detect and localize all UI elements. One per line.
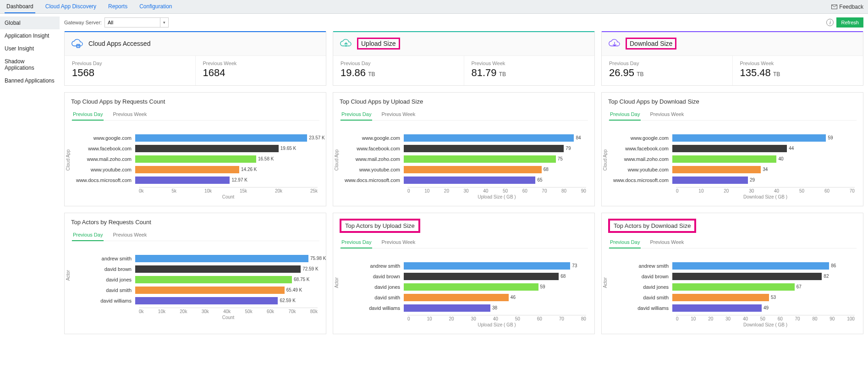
bar-fill xyxy=(672,176,748,184)
chart-tab[interactable]: Previous Week xyxy=(649,109,685,120)
chart-tab[interactable]: Previous Week xyxy=(112,229,148,241)
chart-tab[interactable]: Previous Week xyxy=(380,237,416,248)
info-icon[interactable]: i xyxy=(826,19,834,26)
x-axis: 010203040506070 xyxy=(676,187,855,193)
cloud-apps-icon xyxy=(71,37,84,50)
bar-fill xyxy=(672,304,762,312)
bar-category: www.mail.zoho.com xyxy=(71,156,135,162)
bar-value: 59 xyxy=(826,134,833,142)
bar-fill xyxy=(672,134,826,142)
axis-tick: 10 xyxy=(427,316,432,321)
chart-tab[interactable]: Previous Week xyxy=(112,109,148,120)
bar-row: david brown82 xyxy=(608,273,855,280)
bar-track: 12.97 K xyxy=(135,176,318,184)
stat-value: 135.48 TB xyxy=(740,67,856,79)
bar-row: www.docs.microsoft.com29 xyxy=(608,176,855,184)
axis-tick: 40 xyxy=(493,316,498,321)
chart-title: Top Actors by Upload Size xyxy=(340,219,588,233)
chart-tab[interactable]: Previous Week xyxy=(649,237,685,248)
bar-value: 40 xyxy=(776,155,783,163)
chart-title-text: Top Actors by Download Size xyxy=(608,219,696,233)
bar-track: 65.49 K xyxy=(135,287,318,294)
nav-tab-cloud-app-discovery[interactable]: Cloud App Discovery xyxy=(44,0,98,13)
axis-tick: 50k xyxy=(245,309,253,314)
x-axis-label: Count xyxy=(139,194,318,199)
stat-value: 81.79 TB xyxy=(472,67,588,79)
nav-tab-configuration[interactable]: Configuration xyxy=(137,0,174,13)
filter-row: Gateway Server: ▾ i Refresh xyxy=(64,14,863,31)
bar-value: 68.75 K xyxy=(292,276,309,283)
sidebar-item-banned-applications[interactable]: Banned Applications xyxy=(0,74,60,87)
bar-track: 23.57 K xyxy=(135,134,318,142)
bar-value: 14.26 K xyxy=(239,166,257,173)
sidebar: GlobalApplication InsightUser InsightSha… xyxy=(0,14,60,350)
axis-tick: 60 xyxy=(778,316,783,321)
bar-row: www.google.com23.57 K xyxy=(71,134,318,142)
chart-tabs: Previous DayPrevious Week xyxy=(340,109,588,121)
nav-tab-reports[interactable]: Reports xyxy=(106,0,129,13)
bar-track: 82 xyxy=(672,273,855,280)
feedback-link[interactable]: Feedback xyxy=(831,4,863,10)
chart-body: Actorandrew smith86david brown82david jo… xyxy=(602,248,863,334)
axis-tick: 50 xyxy=(503,188,508,193)
axis-tick: 80 xyxy=(561,188,566,193)
axis-tick: 50 xyxy=(515,316,520,321)
axis-tick: 40 xyxy=(774,188,779,193)
axis-tick: 10 xyxy=(424,188,429,193)
bar-category: david brown xyxy=(608,274,672,279)
stat-label: Previous Week xyxy=(740,61,856,66)
sidebar-item-shadow-applications[interactable]: Shadow Applications xyxy=(0,55,60,74)
axis-tick: 70 xyxy=(542,188,547,193)
axis-tick: 20k xyxy=(275,188,282,193)
sidebar-item-user-insight[interactable]: User Insight xyxy=(0,42,60,55)
sidebar-item-global[interactable]: Global xyxy=(0,17,60,29)
nav-tab-dashboard[interactable]: Dashboard xyxy=(5,0,35,13)
bar-value: 19.65 K xyxy=(279,145,296,152)
bar-row: david williams62.59 K xyxy=(71,297,318,304)
chart-card: Top Cloud Apps by Upload SizePrevious Da… xyxy=(333,92,595,206)
bar-fill xyxy=(404,273,559,280)
stat-block: Previous Day1568 xyxy=(65,56,195,85)
bar-row: www.docs.microsoft.com12.97 K xyxy=(71,176,318,184)
axis-tick: 30 xyxy=(464,188,469,193)
bar-category: andrew smith xyxy=(71,256,135,261)
refresh-button[interactable]: Refresh xyxy=(836,17,863,28)
gateway-input[interactable] xyxy=(105,18,160,27)
bar-row: www.facebook.com44 xyxy=(608,145,855,152)
bar-category: www.mail.zoho.com xyxy=(608,156,672,162)
bar-track: 62.59 K xyxy=(135,297,318,304)
chart-tab[interactable]: Previous Day xyxy=(341,109,372,121)
bar-category: andrew smith xyxy=(340,263,404,269)
chart-tab[interactable]: Previous Day xyxy=(609,237,641,248)
axis-tick: 30 xyxy=(471,316,476,321)
bar-category: david jones xyxy=(608,284,672,290)
bar-track: 73 xyxy=(404,262,586,270)
chart-card: Top Actors by Upload SizePrevious DayPre… xyxy=(333,213,595,334)
chart-tab[interactable]: Previous Day xyxy=(341,237,372,248)
chart-tab[interactable]: Previous Week xyxy=(380,109,416,120)
x-axis: 0k10k20k30k40k50k60k70k80k xyxy=(139,308,318,314)
x-axis-label: Upload Size ( GB ) xyxy=(407,322,586,327)
bar-fill xyxy=(404,166,542,173)
bar-row: andrew smith75.98 K xyxy=(71,255,318,262)
bar-track: 29 xyxy=(672,176,855,184)
chart-tab[interactable]: Previous Day xyxy=(609,109,641,121)
chart-tab[interactable]: Previous Day xyxy=(72,109,104,121)
sidebar-item-application-insight[interactable]: Application Insight xyxy=(0,29,60,42)
bar-category: www.google.com xyxy=(608,135,672,141)
y-axis-label: Cloud App xyxy=(334,149,339,171)
chart-tab[interactable]: Previous Day xyxy=(72,229,104,241)
chevron-down-icon[interactable]: ▾ xyxy=(160,18,168,27)
chart-tabs: Previous DayPrevious Week xyxy=(608,109,857,121)
gateway-select[interactable]: ▾ xyxy=(104,17,169,28)
axis-tick: 10 xyxy=(691,316,696,321)
axis-tick: 20 xyxy=(708,316,713,321)
chart-header: Top Actors by Upload SizePrevious DayPre… xyxy=(333,213,594,248)
bar-value: 44 xyxy=(787,145,794,152)
bar-value: 16.58 K xyxy=(256,155,274,163)
stat-label: Previous Day xyxy=(72,61,188,66)
bar-category: www.facebook.com xyxy=(608,146,672,151)
stat-block: Previous Day26.95 TB xyxy=(602,56,732,85)
bar-row: www.mail.zoho.com40 xyxy=(608,155,855,163)
bar-row: david smith53 xyxy=(608,294,855,301)
